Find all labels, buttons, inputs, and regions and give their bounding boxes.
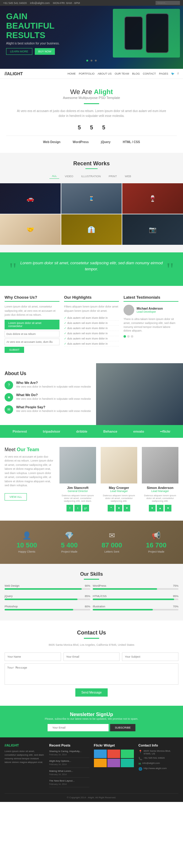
contact-name-input[interactable] xyxy=(5,652,61,661)
contact-email-input[interactable] xyxy=(63,652,120,661)
work-thumb-3: 🍷 xyxy=(122,183,183,214)
work-thumb-4: 🤝 xyxy=(0,214,61,245)
testimonial-dot-2[interactable] xyxy=(127,335,130,338)
stat-num-1: 5 xyxy=(78,125,81,131)
footer-post-link-4[interactable]: The New Best Layout... xyxy=(49,779,89,782)
search-input[interactable] xyxy=(156,1,180,5)
team-photo-2 xyxy=(101,447,137,484)
nav-fb[interactable]: f xyxy=(178,72,178,75)
team-photo-1 xyxy=(59,447,96,484)
stat-num-3: 5 xyxy=(102,125,105,131)
recent-works-title: Recent Works xyxy=(0,160,183,167)
counter-icon-3: ✉ xyxy=(102,531,122,540)
testimonial-dot-1[interactable] xyxy=(124,335,126,338)
hero-image xyxy=(113,9,180,58)
brand-flickr[interactable]: ••flickr xyxy=(160,430,171,433)
newsletter-email-input[interactable] xyxy=(48,724,109,731)
footer-brand-highlight: ALIGHT xyxy=(6,743,19,747)
brand-pinterest[interactable]: Pinterest xyxy=(12,430,27,433)
footer-post-link-2[interactable]: Alight Any Options... xyxy=(49,759,89,763)
filter-web[interactable]: WEB xyxy=(122,174,134,179)
work-item-1[interactable]: 🚗 xyxy=(0,183,61,214)
nav-about[interactable]: ABOUT US xyxy=(98,72,112,75)
counter-label-1: Happy Clients xyxy=(17,550,37,553)
footer-post-date-4: February 14, 2014 xyxy=(49,783,67,785)
work-item-6[interactable]: 📷 xyxy=(122,214,183,245)
filter-video[interactable]: VIDEO xyxy=(62,174,76,179)
buy-now-button[interactable]: BUY NOW xyxy=(35,48,55,55)
brand-behance[interactable]: Behance xyxy=(103,430,117,433)
recent-works-divider xyxy=(85,168,98,169)
why-input-1[interactable] xyxy=(5,331,59,337)
send-message-button[interactable]: Send Message xyxy=(75,688,108,696)
team-tw-1[interactable]: t xyxy=(74,505,81,512)
brand-dribble[interactable]: dribble xyxy=(76,430,87,433)
contact-form-top xyxy=(5,652,178,661)
contact-message-textarea[interactable] xyxy=(5,663,178,685)
view-all-button[interactable]: VIEW ALL xyxy=(5,493,27,500)
team-fb-1[interactable]: f xyxy=(67,505,73,512)
brand-envato[interactable]: envato xyxy=(133,430,144,433)
intro-body: At vero eos et accusam et justo duo dolo… xyxy=(15,109,168,118)
flickr-thumb-5[interactable] xyxy=(107,759,120,767)
newsletter-subscribe-button[interactable]: SUBSCRIBE xyxy=(110,724,135,731)
team-tw-3[interactable]: ▲ xyxy=(157,505,163,512)
team-gp-3[interactable]: ▼ xyxy=(165,505,172,512)
flickr-thumb-4[interactable] xyxy=(94,759,107,767)
nav-pages[interactable]: PAGES xyxy=(159,72,168,75)
footer-copyright: © Copyright 2014 - Alight. All Right Res… xyxy=(67,796,116,799)
skill-bar-label-2: WordPress75% xyxy=(93,584,178,587)
flickr-thumb-3[interactable] xyxy=(121,750,134,758)
footer-contact-item-4: 🌐 http://www.alight.com xyxy=(138,767,178,771)
team-intro-text: At vero eos et accusam et justo duo dolo… xyxy=(5,455,53,488)
skill-bar-1: Web Design90% xyxy=(5,584,90,590)
skills-row: Web Design WordPress jQuery HTML / CSS xyxy=(6,135,177,144)
brands-section: Pinterest tripadvisor dribble Behance en… xyxy=(0,425,183,438)
brand-tripadvisor[interactable]: tripadvisor xyxy=(43,430,60,433)
filter-illustration[interactable]: ILLUSTRATION xyxy=(79,174,103,179)
why-input-2[interactable] xyxy=(5,339,59,345)
team-gp-1[interactable]: g+ xyxy=(82,505,89,512)
skill-bar-fill-5 xyxy=(5,609,73,611)
footer-post-link-1[interactable]: Sharing Is Caring, Hopefully... xyxy=(49,750,89,753)
team-name-1: Jim Stancroft xyxy=(59,486,96,490)
why-btn-1[interactable]: Lorem ipsum dolor sit amet consectetur xyxy=(5,320,59,330)
team-layout: Meet Our Team At vero eos et accusam et … xyxy=(5,447,178,512)
team-tw-2[interactable]: ▼ xyxy=(115,505,122,512)
work-item-4[interactable]: 🤝 xyxy=(0,214,61,245)
nav-blog[interactable]: BLOG xyxy=(132,72,140,75)
footer-post-4: The New Best Layout... February 14, 2014 xyxy=(49,779,89,787)
footer-brand-col: //ALIGHT Lorem ipsum dolor sit amet, con… xyxy=(5,743,45,789)
contact-subject-input[interactable] xyxy=(122,652,178,661)
work-item-5[interactable]: 👔 xyxy=(61,214,122,245)
counter-label-4: Project Made xyxy=(146,550,166,553)
hero-dot-3[interactable] xyxy=(95,60,97,62)
learn-more-button[interactable]: LEARN MORE xyxy=(6,48,32,55)
footer: //ALIGHT Lorem ipsum dolor sit amet, con… xyxy=(0,737,183,802)
newsletter-title: Newsletter SignUp xyxy=(6,712,177,717)
nav-home[interactable]: HOME xyxy=(68,72,76,75)
team-fb-2[interactable]: ❞ xyxy=(108,505,114,512)
filter-all[interactable]: ALL xyxy=(49,174,59,179)
nav-twitter[interactable]: 🐦 xyxy=(171,72,175,75)
team-gp-2[interactable]: ▼ xyxy=(124,505,130,512)
nav-contact[interactable]: CONTACT xyxy=(143,72,156,75)
team-fb-3[interactable]: ▼ xyxy=(149,505,156,512)
work-item-3[interactable]: 🍷 xyxy=(122,183,183,214)
skill-bar-bg-3 xyxy=(5,598,90,600)
work-item-2[interactable]: 🧵 xyxy=(61,183,122,214)
hero-dot-1[interactable] xyxy=(86,60,88,62)
flickr-thumb-6[interactable] xyxy=(121,759,134,767)
flickr-thumb-1[interactable] xyxy=(94,750,107,758)
flickr-thumb-2[interactable] xyxy=(107,750,120,758)
team-title-our: Our Team xyxy=(17,447,40,452)
nav-portfolio[interactable]: PORTFOLIO xyxy=(79,72,95,75)
about-item-title-1: Who We Are? xyxy=(16,381,91,384)
testimonial-dot-3[interactable] xyxy=(131,335,133,338)
team-photo-3 xyxy=(142,447,178,484)
hero-dot-2[interactable] xyxy=(90,60,93,62)
footer-post-link-3[interactable]: Making What Lorem... xyxy=(49,769,89,773)
filter-print[interactable]: PRINT xyxy=(106,174,119,179)
why-submit-btn[interactable]: SUBMIT xyxy=(5,347,24,353)
nav-team[interactable]: OUR TEAM xyxy=(115,72,129,75)
